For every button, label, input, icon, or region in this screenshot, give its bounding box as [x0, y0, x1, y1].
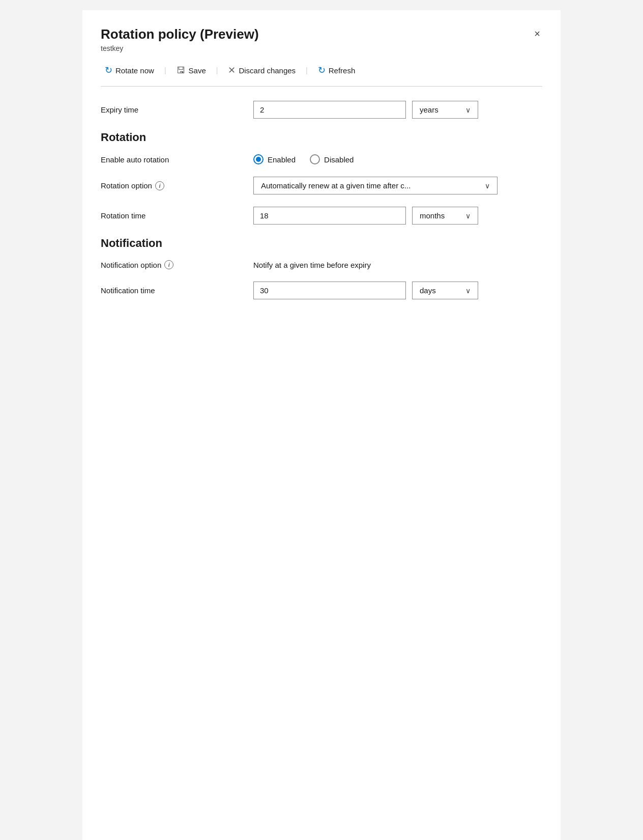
enabled-radio-circle [253, 154, 264, 164]
rotation-option-info-icon: i [155, 181, 164, 190]
rotation-option-text: Rotation option [101, 181, 152, 190]
rotation-time-label: Rotation time [101, 211, 253, 220]
rotation-time-row: Rotation time months ∨ [101, 207, 542, 225]
separator-2: | [216, 66, 218, 74]
rotate-now-icon: ↻ [105, 65, 112, 76]
rotation-time-input[interactable] [253, 207, 406, 225]
panel-subtitle: testkey [101, 44, 542, 52]
auto-rotation-controls: Enabled Disabled [253, 154, 542, 164]
save-button[interactable]: 🖫 Save [172, 63, 210, 78]
notification-option-value: Notify at a given time before expiry [253, 261, 371, 269]
disabled-radio-circle [310, 154, 320, 164]
rotation-section-label: Rotation [101, 131, 542, 144]
expiry-time-chevron-icon: ∨ [465, 106, 471, 114]
expiry-time-label: Expiry time [101, 105, 253, 114]
rotation-time-unit-value: months [420, 211, 445, 220]
separator-1: | [164, 66, 166, 74]
rotation-option-value: Automatically renew at a given time afte… [261, 181, 411, 190]
expiry-time-unit-select[interactable]: years ∨ [412, 101, 478, 119]
notification-option-text: Notification option [101, 261, 161, 269]
notification-time-row: Notification time days ∨ [101, 282, 542, 299]
rotation-option-label: Rotation option i [101, 181, 253, 190]
panel-header: Rotation policy (Preview) × [101, 26, 542, 42]
enabled-radio-option[interactable]: Enabled [253, 154, 296, 164]
rotation-time-chevron-icon: ∨ [465, 212, 471, 220]
notification-time-unit-value: days [420, 286, 436, 295]
rotate-now-label: Rotate now [115, 66, 154, 75]
notification-option-info-icon: i [164, 260, 173, 269]
refresh-icon: ↻ [318, 65, 326, 76]
expiry-time-controls: years ∨ [253, 101, 542, 119]
notification-time-label: Notification time [101, 286, 253, 295]
close-button[interactable]: × [532, 26, 542, 41]
expiry-time-input[interactable] [253, 101, 406, 119]
rotation-option-row: Rotation option i Automatically renew at… [101, 177, 542, 194]
expiry-time-row: Expiry time years ∨ [101, 101, 542, 119]
notification-option-row: Notification option i Notify at a given … [101, 260, 542, 269]
notification-time-unit-select[interactable]: days ∨ [412, 282, 478, 299]
rotation-option-chevron-icon: ∨ [485, 182, 490, 190]
disabled-label: Disabled [324, 155, 354, 164]
separator-3: | [306, 66, 308, 74]
disabled-radio-option[interactable]: Disabled [310, 154, 354, 164]
rotate-now-button[interactable]: ↻ Rotate now [101, 63, 158, 78]
rotation-time-controls: months ∨ [253, 207, 542, 225]
rotation-policy-panel: Rotation policy (Preview) × testkey ↻ Ro… [82, 10, 561, 840]
expiry-time-unit-value: years [420, 105, 439, 114]
rotation-option-select[interactable]: Automatically renew at a given time afte… [253, 177, 498, 194]
discard-button[interactable]: ✕ Discard changes [224, 63, 300, 78]
refresh-label: Refresh [329, 66, 356, 75]
discard-label: Discard changes [239, 66, 296, 75]
enabled-label: Enabled [268, 155, 296, 164]
notification-section: Notification Notification option i Notif… [101, 237, 542, 299]
rotation-option-controls: Automatically renew at a given time afte… [253, 177, 542, 194]
discard-icon: ✕ [228, 65, 236, 76]
auto-rotation-row: Enable auto rotation Enabled Disabled [101, 154, 542, 164]
save-label: Save [189, 66, 206, 75]
toolbar: ↻ Rotate now | 🖫 Save | ✕ Discard change… [101, 63, 542, 87]
save-icon: 🖫 [177, 65, 186, 76]
notification-time-chevron-icon: ∨ [465, 287, 471, 295]
notification-time-controls: days ∨ [253, 282, 542, 299]
notification-time-input[interactable] [253, 282, 406, 299]
refresh-button[interactable]: ↻ Refresh [314, 63, 360, 78]
notification-section-label: Notification [101, 237, 542, 250]
rotation-section: Rotation Enable auto rotation Enabled Di… [101, 131, 542, 225]
rotation-time-unit-select[interactable]: months ∨ [412, 207, 478, 225]
notification-option-label: Notification option i [101, 260, 253, 269]
panel-title: Rotation policy (Preview) [101, 26, 259, 42]
auto-rotation-label: Enable auto rotation [101, 155, 253, 164]
notification-option-controls: Notify at a given time before expiry [253, 261, 542, 269]
